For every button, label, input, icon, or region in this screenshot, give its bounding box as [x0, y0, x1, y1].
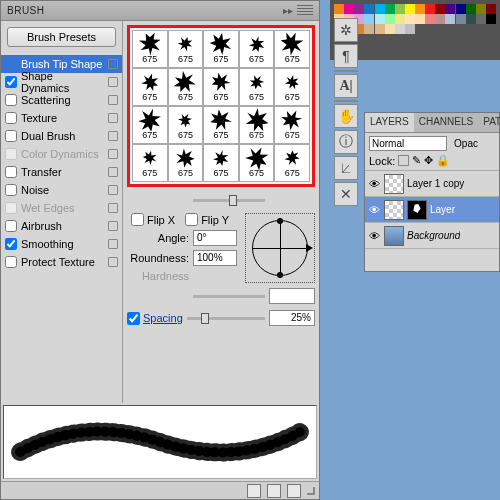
- swatch[interactable]: [385, 4, 395, 14]
- swatch[interactable]: [385, 24, 395, 34]
- option-lock-icon[interactable]: [108, 203, 118, 213]
- hand-tool-icon[interactable]: ✋: [334, 104, 358, 128]
- brush-thumbnail[interactable]: 675: [274, 30, 310, 68]
- swatch[interactable]: [486, 14, 496, 24]
- swatch[interactable]: [395, 24, 405, 34]
- brush-option-protect-texture[interactable]: Protect Texture: [1, 253, 122, 271]
- layer-row[interactable]: 👁Layer 1 copy: [365, 171, 499, 197]
- toggle-preview-icon[interactable]: [247, 484, 261, 498]
- spacing-slider[interactable]: [187, 311, 265, 325]
- swatch[interactable]: [476, 4, 486, 14]
- new-brush-icon[interactable]: [267, 484, 281, 498]
- brush-thumbnail[interactable]: 675: [132, 106, 168, 144]
- brush-option-shape-dynamics[interactable]: Shape Dynamics: [1, 73, 122, 91]
- option-checkbox[interactable]: [5, 184, 17, 196]
- option-lock-icon[interactable]: [108, 221, 118, 231]
- info-icon[interactable]: ⓘ: [334, 130, 358, 154]
- brush-option-wet-edges[interactable]: Wet Edges: [1, 199, 122, 217]
- brush-thumbnail[interactable]: 675: [168, 106, 204, 144]
- swatch[interactable]: [415, 4, 425, 14]
- swatch[interactable]: [445, 4, 455, 14]
- swatch[interactable]: [466, 14, 476, 24]
- spacing-value[interactable]: 25%: [269, 310, 315, 326]
- swatch[interactable]: [405, 4, 415, 14]
- swatch[interactable]: [456, 14, 466, 24]
- size-slider[interactable]: [193, 193, 265, 207]
- visibility-eye-icon[interactable]: 👁: [367, 203, 381, 217]
- brush-thumbnail[interactable]: 675: [203, 144, 239, 182]
- angle-input[interactable]: 0°: [193, 230, 237, 246]
- brush-thumbnail[interactable]: 675: [203, 106, 239, 144]
- option-checkbox[interactable]: [5, 76, 17, 88]
- option-checkbox[interactable]: [5, 220, 17, 232]
- brush-thumbnail[interactable]: 675: [203, 30, 239, 68]
- collapse-icon[interactable]: ▸▸: [283, 5, 293, 16]
- resize-grip-icon[interactable]: [307, 487, 315, 495]
- brush-thumbnail[interactable]: 675: [239, 68, 275, 106]
- visibility-eye-icon[interactable]: 👁: [367, 229, 381, 243]
- swatch[interactable]: [435, 4, 445, 14]
- brush-thumbnail[interactable]: 675: [168, 68, 204, 106]
- brush-settings-icon[interactable]: ✲: [334, 18, 358, 42]
- brush-option-transfer[interactable]: Transfer: [1, 163, 122, 181]
- brush-thumbnail[interactable]: 675: [274, 144, 310, 182]
- option-lock-icon[interactable]: [108, 185, 118, 195]
- swatch[interactable]: [445, 14, 455, 24]
- panel-menu-icon[interactable]: [297, 5, 313, 17]
- blend-mode-select[interactable]: Normal: [369, 136, 447, 151]
- visibility-eye-icon[interactable]: 👁: [367, 177, 381, 191]
- brush-thumbnail[interactable]: 675: [132, 30, 168, 68]
- brush-option-texture[interactable]: Texture: [1, 109, 122, 127]
- swatch[interactable]: [435, 14, 445, 24]
- option-lock-icon[interactable]: [108, 59, 118, 69]
- lock-pixels-icon[interactable]: ✎: [412, 154, 421, 167]
- ruler-icon[interactable]: ⟀: [334, 156, 358, 180]
- option-lock-icon[interactable]: [108, 257, 118, 267]
- option-checkbox[interactable]: [5, 148, 17, 160]
- option-checkbox[interactable]: [5, 202, 17, 214]
- brush-option-smoothing[interactable]: Smoothing: [1, 235, 122, 253]
- option-checkbox[interactable]: [5, 94, 17, 106]
- swatch[interactable]: [476, 14, 486, 24]
- tab-paths[interactable]: PAT: [478, 113, 500, 132]
- swatch[interactable]: [375, 24, 385, 34]
- option-lock-icon[interactable]: [108, 167, 118, 177]
- swatch[interactable]: [364, 14, 374, 24]
- spacing-checkbox[interactable]: Spacing: [127, 312, 183, 325]
- trash-icon[interactable]: [287, 484, 301, 498]
- swatch[interactable]: [375, 4, 385, 14]
- brush-presets-button[interactable]: Brush Presets: [7, 27, 116, 47]
- swatch[interactable]: [364, 24, 374, 34]
- brush-thumbnail[interactable]: 675: [132, 68, 168, 106]
- layer-row[interactable]: 👁Background: [365, 223, 499, 249]
- option-lock-icon[interactable]: [108, 239, 118, 249]
- flip-y-checkbox[interactable]: Flip Y: [185, 213, 229, 226]
- swatch[interactable]: [425, 14, 435, 24]
- swatch[interactable]: [415, 14, 425, 24]
- brush-thumbnail[interactable]: 675: [203, 68, 239, 106]
- lock-all-icon[interactable]: 🔒: [436, 154, 450, 167]
- paragraph-icon[interactable]: ¶: [334, 44, 358, 68]
- tab-channels[interactable]: CHANNELS: [414, 113, 478, 132]
- layer-row[interactable]: 👁Layer: [365, 197, 499, 223]
- swatch[interactable]: [486, 4, 496, 14]
- brush-thumbnail[interactable]: 675: [168, 30, 204, 68]
- swatch[interactable]: [375, 14, 385, 24]
- option-checkbox[interactable]: [5, 166, 17, 178]
- swatch[interactable]: [466, 4, 476, 14]
- brush-thumbnail[interactable]: 675: [239, 30, 275, 68]
- swap-icon[interactable]: ✕: [334, 182, 358, 206]
- swatch[interactable]: [385, 14, 395, 24]
- option-lock-icon[interactable]: [108, 77, 118, 87]
- option-lock-icon[interactable]: [108, 131, 118, 141]
- swatch[interactable]: [354, 4, 364, 14]
- swatch[interactable]: [364, 4, 374, 14]
- option-checkbox[interactable]: [5, 130, 17, 142]
- brush-option-color-dynamics[interactable]: Color Dynamics: [1, 145, 122, 163]
- swatch[interactable]: [395, 4, 405, 14]
- brush-thumbnail[interactable]: 675: [274, 68, 310, 106]
- swatch[interactable]: [425, 4, 435, 14]
- brush-thumbnail[interactable]: 675: [132, 144, 168, 182]
- lock-position-icon[interactable]: ✥: [424, 154, 433, 167]
- roundness-input[interactable]: 100%: [193, 250, 237, 266]
